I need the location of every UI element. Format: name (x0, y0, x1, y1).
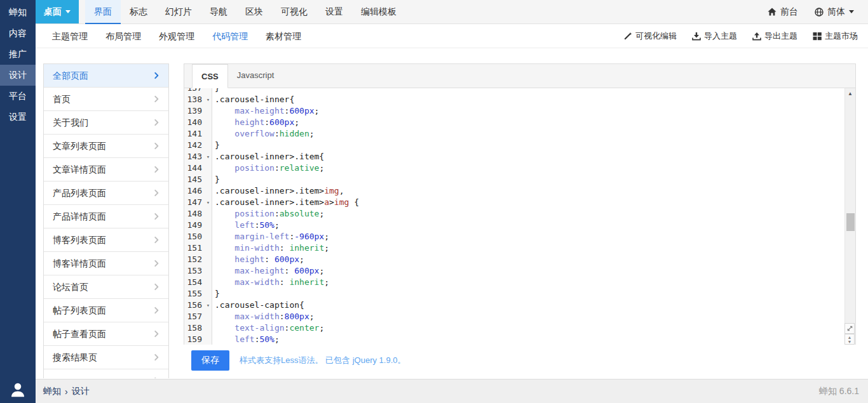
sidebar-item-1[interactable]: 推广 (0, 44, 36, 65)
resize-vertical-icon: ▲ (848, 335, 852, 340)
subnav-link-2[interactable]: 外观管理 (150, 24, 203, 48)
editor-vertical-scrollbar[interactable]: ▲ (844, 88, 855, 345)
scrollbar-up-arrow-icon[interactable]: ▲ (845, 88, 855, 98)
page-list-item-10[interactable]: 帖子列表页面 (44, 299, 168, 322)
save-button[interactable]: 保存 (191, 350, 229, 371)
sidebar-item-0[interactable]: 内容 (0, 23, 36, 44)
code-line-144[interactable]: 144 position:relative; (184, 162, 855, 174)
code-line-148[interactable]: 148 position:absolute; (184, 208, 855, 220)
code-line-140[interactable]: 140 height:600px; (184, 117, 855, 128)
app-logo[interactable]: 蝉知 (0, 0, 36, 24)
import-icon (692, 32, 701, 41)
code-line-151[interactable]: 151 min-width: inherit; (184, 242, 855, 254)
subnav-link-1[interactable]: 布局管理 (97, 24, 150, 48)
page-list-item-2[interactable]: 关于我们 (44, 111, 168, 135)
code-line-154[interactable]: 154 max-width: inherit; (184, 277, 855, 288)
breadcrumb-app[interactable]: 蝉知 (43, 386, 61, 397)
top-tab-5[interactable]: 可视化 (272, 0, 316, 24)
top-tab-6[interactable]: 设置 (316, 0, 352, 24)
code-lines: 137}138▾.carousel-inner{139 max-height:6… (184, 88, 855, 345)
line-number: 146 (184, 185, 205, 197)
export-icon (752, 32, 761, 41)
subnav: 主题管理布局管理外观管理代码管理素材管理 可视化编辑导入主题导出主题主题市场 (36, 24, 868, 48)
page-list-item-1[interactable]: 首页 (44, 88, 168, 111)
desktop-menu-button[interactable]: 桌面 (36, 0, 79, 23)
editor-tab-javascript[interactable]: Javascript (228, 63, 283, 88)
fold-arrow-icon[interactable]: ▾ (205, 94, 212, 105)
code-line-141[interactable]: 141 overflow:hidden; (184, 128, 855, 140)
topbar-right-label: 简体 (827, 6, 845, 18)
code-line-155[interactable]: 155} (184, 288, 855, 300)
subnav-actions: 可视化编辑导入主题导出主题主题市场 (623, 30, 868, 42)
subnav-action-1[interactable]: 导入主题 (692, 30, 737, 42)
code-line-150[interactable]: 150 margin-left:-960px; (184, 231, 855, 242)
editor-tab-css[interactable]: CSS (192, 64, 228, 88)
sidebar-item-2[interactable]: 设计 (0, 65, 36, 86)
subnav-action-label: 主题市场 (825, 30, 858, 42)
page-list-item-11[interactable]: 帖子查看页面 (44, 322, 168, 346)
fold-arrow-icon[interactable]: ▾ (205, 151, 212, 162)
subnav-action-3[interactable]: 主题市场 (813, 30, 858, 42)
scrollbar-thumb[interactable] (846, 213, 855, 231)
code-line-142[interactable]: 142} (184, 140, 855, 151)
code-line-157[interactable]: 157 max-width:800px; (184, 311, 855, 322)
code-text: left:50%; (212, 334, 280, 345)
top-tab-2[interactable]: 幻灯片 (156, 0, 201, 24)
code-line-143[interactable]: 143▾.carousel-inner>.item{ (184, 151, 855, 162)
fold-arrow-icon[interactable]: ▾ (205, 197, 212, 208)
line-number: 151 (184, 242, 205, 254)
top-tab-1[interactable]: 标志 (121, 0, 156, 24)
page-list-item-0[interactable]: 全部页面 (44, 64, 168, 88)
page-list-item-6[interactable]: 产品详情页面 (44, 205, 168, 228)
subnav-link-0[interactable]: 主题管理 (43, 24, 97, 48)
top-tab-3[interactable]: 导航 (201, 0, 236, 24)
code-line-139[interactable]: 139 max-height:600px; (184, 105, 855, 117)
page-list-item-9[interactable]: 论坛首页 (44, 275, 168, 299)
page-list-item-clipped[interactable]: ··· (44, 369, 168, 378)
chevron-right-icon (152, 329, 161, 338)
code-line-138[interactable]: 138▾.carousel-inner{ (184, 94, 855, 105)
css-code-editor[interactable]: 137}138▾.carousel-inner{139 max-height:6… (184, 88, 855, 345)
editor-tabs: CSSJavascript (184, 64, 855, 88)
fold-gutter (205, 231, 212, 242)
code-line-152[interactable]: 152 height: 600px; (184, 254, 855, 265)
page-list-item-8[interactable]: 博客详情页面 (44, 252, 168, 275)
breadcrumb: 蝉知 › 设计 (36, 386, 90, 397)
resize-vertical-handle[interactable]: ▲ ▼ (844, 334, 855, 345)
top-tab-0[interactable]: 界面 (85, 0, 121, 24)
page-list-item-3[interactable]: 文章列表页面 (44, 135, 168, 158)
chevron-right-icon (152, 353, 161, 362)
top-tab-4[interactable]: 区块 (236, 0, 272, 24)
chevron-right-icon (152, 95, 161, 103)
topbar-right-item-0[interactable]: 前台 (768, 6, 798, 18)
code-line-153[interactable]: 153 max-height: 600px; (184, 265, 855, 277)
subnav-action-2[interactable]: 导出主题 (752, 30, 797, 42)
topbar-right-item-1[interactable]: 简体 (815, 6, 854, 18)
fold-arrow-icon[interactable]: ▾ (205, 300, 212, 311)
page-list-item-5[interactable]: 产品列表页面 (44, 182, 168, 205)
page-list-item-4[interactable]: 文章详情页面 (44, 158, 168, 182)
code-line-149[interactable]: 149 left:50%; (184, 220, 855, 231)
top-tab-7[interactable]: 编辑模板 (352, 0, 405, 24)
code-line-137[interactable]: 137} (184, 88, 855, 94)
code-line-158[interactable]: 158 text-align:center; (184, 322, 855, 334)
user-avatar[interactable] (0, 380, 36, 399)
subnav-action-0[interactable]: 可视化编辑 (623, 30, 677, 42)
subnav-link-3[interactable]: 代码管理 (203, 24, 257, 48)
page-list-item-7[interactable]: 博客列表页面 (44, 228, 168, 252)
code-line-147[interactable]: 147▾.carousel-inner>.item>a>img { (184, 197, 855, 208)
page-list-item-12[interactable]: 搜索结果页 (44, 346, 168, 369)
sidebar-item-4[interactable]: 设置 (0, 107, 36, 128)
topbar: 桌面 界面标志幻灯片导航区块可视化设置编辑模板 前台简体 (36, 0, 868, 24)
code-line-159[interactable]: 159 left:50%; (184, 334, 855, 345)
resize-diagonal-handle[interactable] (844, 323, 855, 334)
code-line-145[interactable]: 145} (184, 174, 855, 185)
line-number: 157 (184, 311, 205, 322)
code-line-146[interactable]: 146.carousel-inner>.item>img, (184, 185, 855, 197)
subnav-link-4[interactable]: 素材管理 (257, 24, 310, 48)
page-list-label: 首页 (53, 88, 71, 110)
fold-gutter (205, 334, 212, 345)
code-line-156[interactable]: 156▾.carousel-caption{ (184, 300, 855, 311)
sidebar-item-3[interactable]: 平台 (0, 86, 36, 107)
breadcrumb-section[interactable]: 设计 (72, 386, 90, 397)
